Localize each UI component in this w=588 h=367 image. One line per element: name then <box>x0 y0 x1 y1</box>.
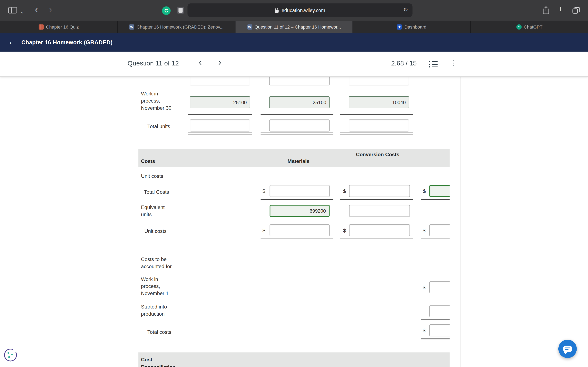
total-costs-conversion-input[interactable] <box>349 185 410 197</box>
double-rule <box>340 133 413 133</box>
header-underline <box>264 166 333 166</box>
total-costs-materials-input[interactable] <box>270 185 330 197</box>
total-units-input-col1[interactable] <box>190 119 250 132</box>
tab-label: Question 11 of 12 – Chapter 16 Homewor..… <box>255 24 341 30</box>
wip-nov30-input-col1[interactable] <box>190 96 250 108</box>
total-costs-sum-input[interactable] <box>429 324 450 336</box>
assignment-title: Chapter 16 Homework (GRADED) <box>21 39 113 45</box>
back-arrow-icon[interactable]: ← <box>8 38 15 46</box>
cost-reconciliation-line2: Reconciliation <box>141 364 176 367</box>
content-right-edge <box>461 77 461 367</box>
header-underline <box>342 166 413 166</box>
single-rule <box>340 239 413 239</box>
single-rule <box>421 319 450 320</box>
header-underline <box>141 166 177 166</box>
grammarly-extension-icon[interactable]: G <box>162 6 171 15</box>
score-display: 2.68 / 15 <box>391 59 417 67</box>
equivalent-units-materials-input[interactable] <box>270 205 330 217</box>
share-icon[interactable] <box>542 6 550 15</box>
dollar-sign: $ <box>343 228 346 234</box>
tab-chapter16-homework[interactable]: W Chapter 16 Homework (GRADED): Zenov... <box>118 21 235 33</box>
total-costs-total-input[interactable] <box>429 185 450 197</box>
single-rule <box>421 199 450 200</box>
question-title: Question 11 of 12 <box>127 59 179 67</box>
unit-costs-heading: Unit costs <box>141 173 163 180</box>
reload-icon[interactable]: ↻ <box>403 6 408 13</box>
cookie-bite <box>13 347 18 352</box>
total-units-input-col3[interactable] <box>349 119 409 132</box>
double-rule <box>188 133 252 133</box>
wip-nov30-label: Work in process, November 30 <box>141 90 177 112</box>
url-text: education.wiley.com <box>282 8 325 13</box>
wip-nov1-input[interactable] <box>429 281 450 293</box>
dollar-sign: $ <box>263 228 265 234</box>
wiley-w-favicon: W <box>129 24 134 30</box>
single-rule <box>261 114 333 115</box>
unit-costs-row-label: Unit costs <box>144 228 167 235</box>
conversion-costs-column-header: Conversion Costs <box>342 151 413 158</box>
tab-strip: Chapter 16 Quiz W Chapter 16 Homework (G… <box>0 21 588 33</box>
single-rule <box>261 239 333 239</box>
total-units-input-col2[interactable] <box>269 119 330 132</box>
star-favicon: ★ <box>397 24 402 30</box>
total-costs-label: Total Costs <box>144 188 169 196</box>
costs-to-be-accounted-for-heading: Costs to be accounted for <box>141 256 184 270</box>
question-nav-bar: Question 11 of 12 ‹ › 2.68 / 15 ⋮ <box>0 52 588 77</box>
next-question-button[interactable]: › <box>218 57 221 67</box>
chevron-down-icon[interactable]: ⌄ <box>20 8 24 16</box>
prev-question-button[interactable]: ‹ <box>199 57 202 67</box>
chat-help-button[interactable] <box>558 340 577 358</box>
dollar-sign: $ <box>423 228 425 234</box>
tab-overview-icon[interactable] <box>572 7 580 14</box>
double-rule <box>188 134 252 134</box>
app-header: ← Chapter 16 Homework (GRADED) <box>0 33 588 52</box>
wip-nov30-input-col2[interactable] <box>269 96 330 108</box>
new-tab-button[interactable]: + <box>558 6 563 13</box>
unit-costs-materials-input[interactable] <box>270 224 330 236</box>
started-into-production-input[interactable] <box>429 305 450 317</box>
unit-costs-conversion-input[interactable] <box>349 224 410 236</box>
worksheet-content: Transferred out Work in process, Novembe… <box>0 77 450 367</box>
double-rule <box>261 134 333 134</box>
kebab-menu-icon[interactable]: ⋮ <box>450 58 457 67</box>
tab-label: Chapter 16 Quiz <box>46 24 79 30</box>
dollar-sign: $ <box>423 285 425 290</box>
sidebar-toggle-icon[interactable] <box>8 7 17 13</box>
question-list-icon[interactable] <box>429 61 438 68</box>
transferred-out-label: Transferred out <box>141 77 176 79</box>
chat-bubble-icon <box>563 346 572 352</box>
transferred-out-input-col3[interactable] <box>349 77 409 85</box>
wip-nov30-input-col3[interactable] <box>349 96 409 108</box>
single-rule <box>340 114 413 115</box>
tab-question-11-active[interactable]: W Question 11 of 12 – Chapter 16 Homewor… <box>235 21 353 33</box>
tab-chapter16-quiz[interactable]: Chapter 16 Quiz <box>0 21 118 33</box>
unit-costs-total-input[interactable] <box>429 224 450 236</box>
cost-reconciliation-line1: Cost <box>141 356 152 363</box>
single-rule <box>340 199 413 200</box>
double-rule <box>261 133 333 133</box>
wiley-w-favicon: W <box>247 24 252 30</box>
reader-extension-icon[interactable] <box>177 7 184 14</box>
single-rule <box>421 239 450 239</box>
double-rule <box>421 338 450 339</box>
safari-window: ⌄ ‹ › G education.wiley.com ↻ + Chapter … <box>0 0 588 367</box>
materials-column-header: Materials <box>264 158 333 165</box>
equivalent-units-conversion-input[interactable] <box>349 205 410 217</box>
total-costs-row-label: Total costs <box>147 328 171 336</box>
dollar-sign: $ <box>263 188 265 194</box>
tab-label: Chapter 16 Homework (GRADED): Zenov... <box>137 24 224 30</box>
cookie-settings-icon[interactable] <box>4 349 17 361</box>
tab-dashboard[interactable]: ★ Dashboard <box>353 21 471 33</box>
wip-nov1-label: Work in process, November 1 <box>141 276 177 297</box>
back-button[interactable]: ‹ <box>35 6 38 13</box>
address-bar[interactable]: education.wiley.com ↻ <box>187 3 412 17</box>
chatgpt-favicon: * <box>516 24 521 30</box>
forward-button[interactable]: › <box>49 6 52 13</box>
tab-chatgpt[interactable]: * ChatGPT <box>471 21 588 33</box>
single-rule <box>261 199 333 200</box>
cost-reconciliation-band <box>138 352 450 367</box>
transferred-out-input-col1[interactable] <box>190 77 250 85</box>
transferred-out-input-col2[interactable] <box>269 77 330 85</box>
total-units-label: Total units <box>147 123 170 130</box>
browser-toolbar: ⌄ ‹ › G education.wiley.com ↻ + <box>0 0 588 21</box>
